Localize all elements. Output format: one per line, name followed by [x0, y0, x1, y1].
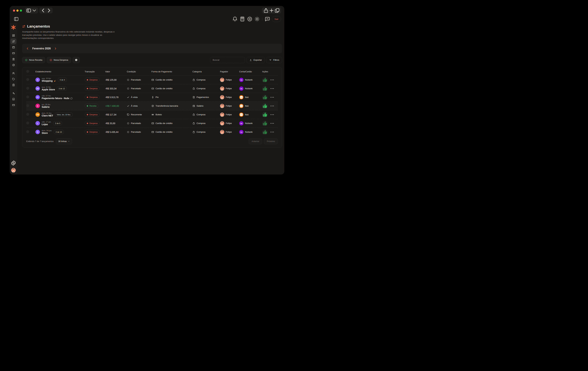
transaction-type-badge: Despesa — [85, 112, 100, 117]
toolbar-right: Exportar Filtros — [210, 57, 282, 63]
payer-name: Felipe — [226, 105, 232, 107]
quick-add-button[interactable] — [73, 57, 80, 63]
confirm-button[interactable] — [262, 94, 268, 100]
payment-method-label: Transferência bancária — [156, 105, 178, 107]
confirm-button[interactable] — [262, 86, 268, 91]
close-window-button[interactable] — [13, 10, 15, 12]
previous-page-button[interactable]: Anterior — [249, 138, 262, 144]
new-expense-button[interactable]: Nova Despesa — [47, 57, 71, 63]
select-all-checkbox[interactable] — [26, 70, 29, 73]
row-checkbox[interactable] — [26, 95, 29, 98]
sidebar-item-transactions[interactable] — [10, 38, 16, 44]
page-description: Acompanhe todos os lançamentos financeir… — [22, 30, 115, 40]
row-checkbox[interactable] — [26, 78, 29, 81]
plus-circle-filled-icon — [75, 59, 78, 61]
more-actions-button[interactable] — [270, 121, 274, 125]
sidebar-item-clipboard[interactable] — [10, 82, 16, 88]
next-month-button[interactable] — [54, 47, 57, 50]
merchant-name: Shopping — [42, 80, 53, 82]
search-input[interactable] — [210, 57, 245, 63]
row-checkbox[interactable] — [26, 113, 29, 116]
minimize-window-button[interactable] — [16, 10, 19, 12]
more-actions-button[interactable] — [270, 95, 274, 99]
confirm-button[interactable] — [262, 77, 268, 83]
confirm-button[interactable] — [262, 129, 268, 135]
filters-button[interactable]: Filtros — [266, 57, 282, 63]
confirm-button[interactable] — [262, 121, 268, 126]
payer-name: Felipe — [226, 79, 232, 81]
more-actions-button[interactable] — [270, 78, 274, 82]
share-button[interactable] — [263, 8, 269, 13]
table-row: S seg, 16 fev. Shopping 4 de 4 Despesa -… — [26, 75, 278, 84]
feedback-button[interactable] — [264, 16, 270, 22]
more-actions-button[interactable] — [270, 130, 274, 134]
export-button[interactable]: Exportar — [247, 57, 265, 63]
sidebar-item-sparkles[interactable] — [10, 90, 16, 96]
sidebar-item-trend[interactable] — [10, 62, 16, 68]
merchant-avatar: AS — [35, 86, 40, 91]
type-dot-icon — [87, 88, 88, 89]
more-actions-button[interactable] — [270, 86, 274, 91]
new-income-button[interactable]: Nova Receita — [22, 57, 45, 63]
new-tab-button[interactable] — [269, 8, 274, 13]
category-label: Compras — [197, 113, 206, 116]
rows-per-page-select[interactable]: 30 linhas — [56, 138, 72, 144]
users-icon — [12, 72, 15, 75]
chevron-right-icon — [46, 8, 52, 13]
row-checkbox[interactable] — [26, 87, 29, 90]
sidebar-item-credit-card[interactable] — [10, 50, 16, 56]
calculator-button[interactable] — [239, 16, 245, 22]
transaction-date: sáb, 17 jan. — [42, 121, 51, 123]
loader-icon — [127, 122, 129, 125]
theme-button[interactable] — [254, 16, 260, 22]
sidebar-item-credit-card[interactable] — [10, 102, 16, 108]
credit-card-icon — [151, 131, 154, 133]
user-avatar[interactable] — [11, 168, 16, 173]
tab-overview-button[interactable] — [274, 8, 280, 13]
loader-icon — [127, 79, 129, 81]
merchant-name: Pagamento fatura - Nuba — [42, 97, 69, 100]
condition-label: Parcelado — [131, 87, 141, 90]
row-checkbox[interactable] — [26, 104, 29, 107]
collapse-sidebar-button[interactable] — [14, 16, 19, 22]
forward-button[interactable] — [46, 8, 52, 13]
payer-avatar — [220, 121, 224, 125]
chevron-left-icon — [26, 47, 29, 50]
col-valor: Valor — [105, 70, 127, 73]
amount: -R$ 20,00 — [105, 122, 115, 125]
back-button[interactable] — [40, 8, 46, 13]
page-title-text: Lançamentos — [27, 24, 50, 29]
confirm-button[interactable] — [262, 112, 268, 117]
more-actions-button[interactable] — [270, 104, 274, 108]
logout-button[interactable]: Sair — [272, 16, 281, 22]
more-actions-button[interactable] — [270, 113, 274, 117]
transaction-type-badge: Despesa — [85, 130, 100, 134]
account-name: Nubank — [245, 79, 253, 81]
sidebar-item-tag[interactable] — [10, 76, 16, 82]
sidebar-history-chevron[interactable] — [32, 8, 37, 13]
privacy-button[interactable] — [247, 16, 253, 22]
sidebar-item-calendar[interactable] — [10, 44, 16, 50]
zoom-window-button[interactable] — [20, 10, 22, 12]
chevron-left-icon — [40, 8, 46, 13]
confirm-button[interactable] — [262, 103, 268, 109]
sidebar-item-dashboard[interactable] — [10, 32, 16, 38]
sidebar-item-report[interactable] — [10, 96, 16, 102]
row-checkbox[interactable] — [26, 122, 29, 124]
shopping-bag-icon — [192, 122, 195, 125]
row-checkbox[interactable] — [26, 130, 29, 133]
merchant-name: Apple Store — [42, 88, 55, 91]
condition-label: À vista — [131, 105, 138, 107]
previous-month-button[interactable] — [26, 47, 29, 50]
next-page-button[interactable]: Próximo — [264, 138, 278, 144]
notifications-button[interactable] — [232, 16, 238, 22]
comment-icon[interactable] — [70, 97, 73, 100]
settings-button[interactable] — [10, 160, 16, 166]
sidebar-item-bank[interactable] — [10, 56, 16, 62]
transaction-date: dom, 04 jan. — [42, 130, 52, 132]
toggle-sidebar-button[interactable] — [26, 8, 32, 13]
merchant-avatar: S — [35, 130, 40, 134]
month-label: Fevereiro 2026 — [32, 47, 51, 50]
sidebar-item-users[interactable] — [10, 70, 16, 76]
col-categoria: Categoria — [192, 70, 220, 73]
